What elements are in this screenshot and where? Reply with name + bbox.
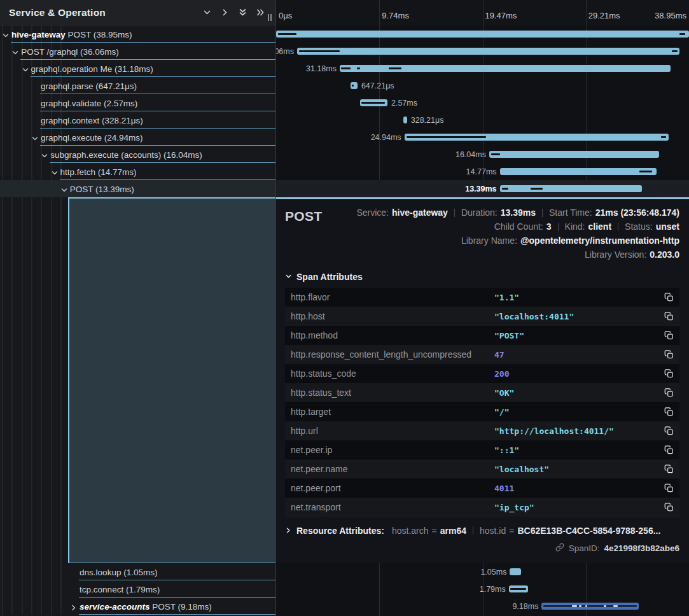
attribute-row: net.peer.port4011 bbox=[285, 479, 679, 498]
resource-attributes-row[interactable]: Resource Attributes: host.arch=arm64host… bbox=[285, 526, 679, 536]
timeline-tick: 19.47ms bbox=[485, 11, 517, 20]
span-row-waterfall[interactable]: 31.18ms bbox=[276, 60, 689, 77]
copy-icon[interactable] bbox=[664, 311, 674, 321]
meta-divider bbox=[558, 223, 559, 231]
span-duration-bar[interactable] bbox=[351, 82, 358, 89]
meta-label: Service: bbox=[356, 206, 389, 220]
self-time-mark bbox=[502, 188, 508, 190]
span-row-name[interactable]: POST (13.39ms) bbox=[0, 180, 275, 197]
span-row-label: tcp.connect (1.79ms) bbox=[80, 584, 160, 594]
span-duration-bar[interactable] bbox=[541, 603, 639, 610]
span-row-name[interactable]: http.fetch (14.77ms) bbox=[0, 163, 275, 180]
copy-icon[interactable] bbox=[664, 388, 674, 398]
span-row-name[interactable]: graphql.validate (2.57ms) bbox=[0, 94, 275, 111]
span-row-waterfall[interactable]: 2.57ms bbox=[276, 94, 689, 111]
column-divider[interactable] bbox=[275, 0, 276, 616]
chevron-right-icon[interactable] bbox=[220, 8, 230, 17]
span-row-name[interactable]: graphql.parse (647.21μs) bbox=[0, 77, 275, 94]
span-row-waterfall[interactable]: 13.39ms bbox=[276, 180, 689, 197]
collapse-chevron-icon[interactable] bbox=[51, 168, 59, 176]
collapse-chevron-icon[interactable] bbox=[2, 31, 10, 38]
span-row-waterfall[interactable]: 38.95ms bbox=[276, 25, 689, 43]
self-time-mark bbox=[361, 102, 385, 104]
span-row-name[interactable]: hive-gateway POST (38.95ms) bbox=[0, 25, 275, 43]
collapse-chevron-icon[interactable] bbox=[31, 134, 39, 141]
span-row-waterfall[interactable]: 1.05ms bbox=[276, 563, 689, 580]
span-duration-bar[interactable] bbox=[360, 99, 387, 106]
span-row-label: POST (13.39ms) bbox=[70, 184, 134, 193]
collapse-chevron-icon[interactable] bbox=[22, 65, 29, 73]
span-row-waterfall[interactable]: 24.94ms bbox=[276, 129, 689, 146]
span-row-label: graphql.execute (24.94ms) bbox=[41, 132, 143, 142]
span-row-waterfall[interactable]: 647.21μs bbox=[276, 77, 689, 94]
span-duration-bar[interactable] bbox=[276, 31, 689, 38]
copy-icon[interactable] bbox=[664, 292, 674, 302]
span-duration-bar[interactable] bbox=[500, 185, 642, 192]
span-row-name[interactable]: service-accounts POST (9.18ms) bbox=[0, 598, 275, 615]
span-duration-bar[interactable] bbox=[489, 151, 659, 158]
meta-label: Kind: bbox=[565, 220, 585, 234]
meta-value: hive-gateway bbox=[392, 206, 448, 220]
span-row-name[interactable]: graphql.operation Me (31.18ms) bbox=[0, 60, 275, 77]
expand-chevron-icon[interactable] bbox=[70, 603, 78, 610]
meta-divider bbox=[618, 223, 618, 231]
span-duration-bar[interactable] bbox=[509, 585, 528, 592]
span-row-waterfall[interactable]: 16.04ms bbox=[276, 146, 689, 163]
span-row-name[interactable]: graphql.execute (24.94ms) bbox=[0, 129, 275, 146]
self-time-mark bbox=[661, 136, 666, 138]
attribute-row: http.target"/" bbox=[285, 402, 679, 421]
span-duration-bar[interactable] bbox=[500, 168, 657, 175]
attribute-value: 200 bbox=[494, 369, 509, 379]
chevrons-right-icon[interactable] bbox=[256, 8, 265, 17]
span-duration-bar[interactable] bbox=[297, 48, 679, 55]
bar-duration-label: 328.21μs bbox=[411, 116, 444, 125]
copy-icon[interactable] bbox=[664, 502, 674, 512]
copy-icon[interactable] bbox=[664, 445, 674, 455]
span-row-waterfall[interactable]: 9.18ms bbox=[276, 598, 689, 615]
copy-icon[interactable] bbox=[664, 464, 674, 474]
span-row-label: graphql.context (328.21μs) bbox=[41, 115, 143, 125]
timeline-tick: 29.21ms bbox=[588, 11, 620, 20]
attribute-row: http.host"localhost:4011" bbox=[285, 307, 679, 326]
bar-duration-label: 13.39ms bbox=[465, 185, 496, 193]
span-row-name[interactable]: tcp.connect (1.79ms) bbox=[0, 580, 275, 598]
self-time-mark bbox=[341, 67, 351, 69]
meta-label: Duration: bbox=[461, 206, 498, 220]
collapse-chevron-icon[interactable] bbox=[41, 151, 48, 158]
collapse-chevron-icon[interactable] bbox=[11, 48, 19, 55]
span-row-label: service-accounts POST (9.18ms) bbox=[80, 601, 212, 611]
attribute-value: "OK" bbox=[494, 388, 514, 398]
span-row-name[interactable]: POST /graphql (36.06ms) bbox=[0, 43, 275, 60]
span-row-name[interactable]: graphql.context (328.21μs) bbox=[0, 111, 275, 129]
link-icon[interactable] bbox=[555, 543, 564, 554]
span-duration-bar[interactable] bbox=[405, 134, 669, 141]
span-row-name[interactable]: subgraph.execute (accounts) (16.04ms) bbox=[0, 146, 275, 163]
copy-icon[interactable] bbox=[664, 368, 674, 379]
span-duration-bar[interactable] bbox=[403, 116, 407, 123]
copy-icon[interactable] bbox=[664, 349, 674, 360]
chevrons-down-icon[interactable] bbox=[238, 8, 247, 17]
copy-icon[interactable] bbox=[664, 330, 674, 340]
span-row-waterfall[interactable]: 14.77ms bbox=[276, 163, 689, 180]
bar-duration-label: 1.79ms bbox=[480, 585, 506, 594]
detail-meta-line: Service:hive-gatewayDuration:13.39msStar… bbox=[356, 206, 679, 220]
collapse-chevron-icon[interactable] bbox=[60, 185, 68, 193]
copy-icon[interactable] bbox=[664, 407, 674, 417]
span-duration-bar[interactable] bbox=[510, 568, 520, 575]
meta-label: Status: bbox=[625, 220, 653, 234]
span-row-waterfall[interactable]: 1.79ms bbox=[276, 580, 689, 598]
attribute-row: http.status_text"OK" bbox=[285, 383, 679, 402]
span-row-waterfall[interactable]: 328.21μs bbox=[276, 111, 689, 129]
child-time-mark bbox=[579, 605, 581, 607]
meta-value: @opentelemetry/instrumentation-http bbox=[520, 234, 679, 248]
chevron-down-icon[interactable] bbox=[202, 8, 212, 17]
copy-icon[interactable] bbox=[664, 483, 674, 493]
span-row-waterfall[interactable]: 36.06ms bbox=[276, 43, 689, 60]
span-duration-bar[interactable] bbox=[340, 65, 671, 72]
span-row-name[interactable]: dns.lookup (1.05ms) bbox=[0, 563, 275, 580]
self-time-stripe bbox=[543, 605, 637, 607]
self-time-mark bbox=[389, 67, 401, 69]
span-attributes-toggle[interactable]: Span Attributes bbox=[285, 272, 679, 282]
copy-icon[interactable] bbox=[664, 426, 674, 436]
column-resize-handle[interactable] bbox=[268, 14, 272, 21]
